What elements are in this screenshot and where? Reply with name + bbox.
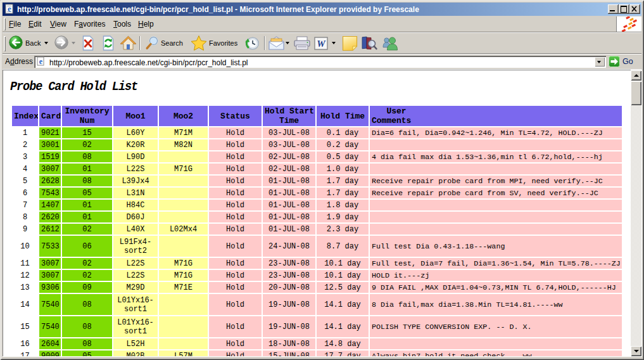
svg-text:e: e [8,4,11,13]
svg-text:W: W [317,39,326,49]
svg-text:e: e [39,57,43,66]
